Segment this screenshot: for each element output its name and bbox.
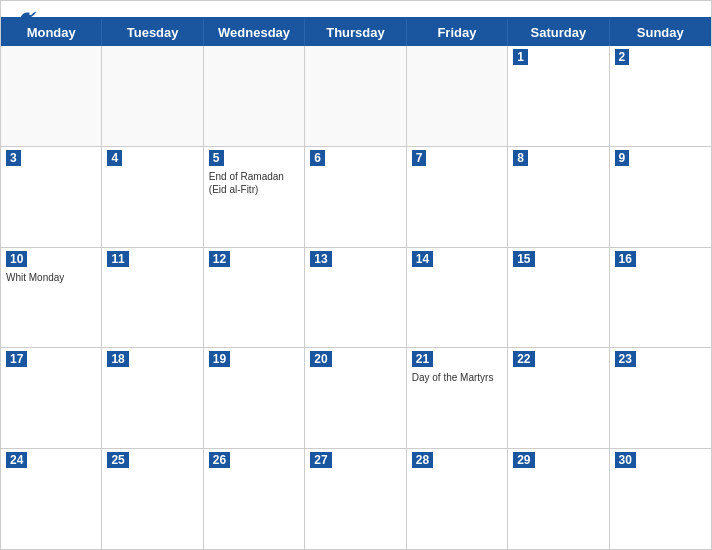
day-cell: 17 [1,348,102,448]
day-cell: 14 [407,248,508,348]
calendar: MondayTuesdayWednesdayThursdayFridaySatu… [0,0,712,550]
day-number: 10 [6,251,27,267]
week-row-1: 12 [1,46,711,147]
day-number: 12 [209,251,230,267]
day-cell: 22 [508,348,609,448]
day-cell: 5End of Ramadan (Eid al-Fitr) [204,147,305,247]
day-cell: 26 [204,449,305,549]
day-cell: 2 [610,46,711,146]
day-cell: 7 [407,147,508,247]
logo-blue-text [17,9,37,23]
day-cell: 15 [508,248,609,348]
day-number: 25 [107,452,128,468]
day-number: 1 [513,49,528,65]
day-cell: 23 [610,348,711,448]
day-number: 23 [615,351,636,367]
day-cell [305,46,406,146]
day-cell: 16 [610,248,711,348]
day-cell: 27 [305,449,406,549]
day-header-saturday: Saturday [508,19,609,46]
day-header-thursday: Thursday [305,19,406,46]
day-cell: 4 [102,147,203,247]
day-number: 8 [513,150,528,166]
day-number: 29 [513,452,534,468]
day-header-friday: Friday [407,19,508,46]
day-number: 22 [513,351,534,367]
day-number: 4 [107,150,122,166]
day-number: 14 [412,251,433,267]
calendar-header [1,1,711,17]
day-cell: 24 [1,449,102,549]
day-number: 28 [412,452,433,468]
day-cell: 8 [508,147,609,247]
calendar-grid: MondayTuesdayWednesdayThursdayFridaySatu… [1,17,711,549]
day-cell: 1 [508,46,609,146]
day-cell: 13 [305,248,406,348]
day-header-sunday: Sunday [610,19,711,46]
day-header-monday: Monday [1,19,102,46]
day-cell [204,46,305,146]
week-row-4: 1718192021Day of the Martyrs2223 [1,348,711,449]
day-number: 24 [6,452,27,468]
day-number: 9 [615,150,630,166]
day-number: 30 [615,452,636,468]
day-number: 2 [615,49,630,65]
holiday-label: Day of the Martyrs [412,371,502,384]
day-header-tuesday: Tuesday [102,19,203,46]
day-cell: 11 [102,248,203,348]
day-cell: 20 [305,348,406,448]
day-cell [407,46,508,146]
logo [17,9,37,23]
day-number: 20 [310,351,331,367]
day-cell: 6 [305,147,406,247]
week-row-5: 24252627282930 [1,449,711,549]
day-number: 16 [615,251,636,267]
day-cell: 28 [407,449,508,549]
day-number: 6 [310,150,325,166]
day-number: 17 [6,351,27,367]
day-cell: 3 [1,147,102,247]
day-cell: 29 [508,449,609,549]
day-number: 19 [209,351,230,367]
day-number: 21 [412,351,433,367]
day-number: 26 [209,452,230,468]
day-cell: 18 [102,348,203,448]
day-cell: 10Whit Monday [1,248,102,348]
day-header-wednesday: Wednesday [204,19,305,46]
day-cell: 9 [610,147,711,247]
day-number: 27 [310,452,331,468]
day-number: 3 [6,150,21,166]
holiday-label: End of Ramadan (Eid al-Fitr) [209,170,299,196]
day-cell: 19 [204,348,305,448]
day-cell [1,46,102,146]
weeks-container: 12345End of Ramadan (Eid al-Fitr)678910W… [1,46,711,549]
day-number: 13 [310,251,331,267]
day-number: 15 [513,251,534,267]
day-headers-row: MondayTuesdayWednesdayThursdayFridaySatu… [1,19,711,46]
day-cell: 30 [610,449,711,549]
logo-bird-icon [19,9,37,23]
day-cell: 25 [102,449,203,549]
day-cell [102,46,203,146]
day-number: 5 [209,150,224,166]
day-number: 18 [107,351,128,367]
week-row-2: 345End of Ramadan (Eid al-Fitr)6789 [1,147,711,248]
day-number: 7 [412,150,427,166]
day-cell: 21Day of the Martyrs [407,348,508,448]
week-row-3: 10Whit Monday111213141516 [1,248,711,349]
holiday-label: Whit Monday [6,271,96,284]
day-number: 11 [107,251,128,267]
day-cell: 12 [204,248,305,348]
